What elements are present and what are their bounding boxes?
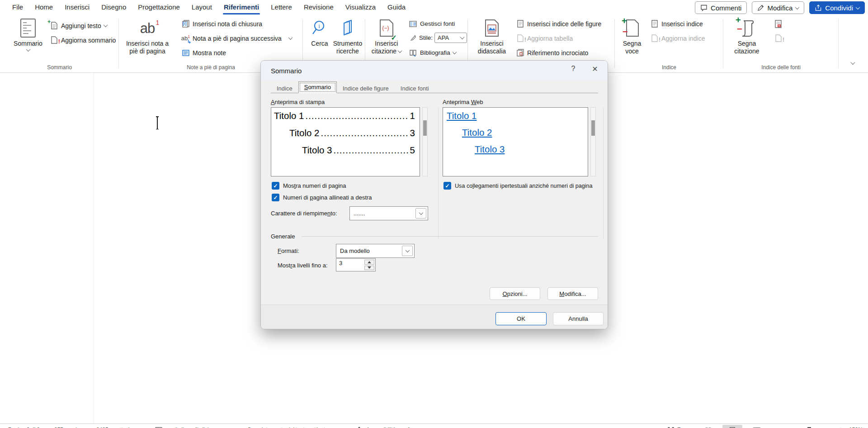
bibliography-button[interactable]: Bibliografia xyxy=(409,47,456,58)
mark-entry-button[interactable]: + − Segna voce xyxy=(618,17,646,55)
dropdown-button[interactable] xyxy=(415,208,426,219)
citation-style-select[interactable]: APA xyxy=(434,33,467,43)
footnote-icon: ab1 xyxy=(140,17,155,39)
insert-table-of-authorities-button[interactable] xyxy=(774,18,783,29)
modify-button[interactable]: Modifica... xyxy=(547,287,598,300)
section-divider xyxy=(438,107,439,239)
group-label-sommario: Sommario xyxy=(0,64,119,71)
insert-table-of-figures-label: Inserisci indice delle figure xyxy=(527,20,601,28)
manage-sources-button[interactable]: Gestisci fonti xyxy=(409,18,455,29)
cross-reference-button[interactable]: Riferimento incrociato xyxy=(516,47,588,58)
toc-preview-entry: Titolo 3 5 xyxy=(274,145,415,156)
collapse-ribbon-icon[interactable] xyxy=(851,60,855,65)
insert-citation-label-2: citazione xyxy=(372,48,396,55)
menu-tab-home[interactable]: Home xyxy=(29,0,59,15)
menu-tab-revisione[interactable]: Revisione xyxy=(298,0,340,15)
tab-leader-select[interactable]: ....... xyxy=(349,206,428,220)
checkbox-checked-icon[interactable] xyxy=(272,194,279,201)
editing-mode-label: Modifica xyxy=(767,4,793,12)
caption-icon xyxy=(485,17,499,39)
next-footnote-label: Nota a piè di pagina successiva xyxy=(193,35,282,42)
bibliography-icon xyxy=(409,48,417,57)
spin-down-button[interactable] xyxy=(364,266,374,271)
tab-indice-fonti[interactable]: Indice fonti xyxy=(395,83,435,93)
insert-caption-button[interactable]: Inserisci didascalia xyxy=(472,17,512,55)
spin-up-button[interactable] xyxy=(364,260,374,265)
view-web-layout-button[interactable] xyxy=(747,425,767,428)
editing-mode-button[interactable]: Modifica xyxy=(752,1,804,14)
insert-endnote-button[interactable]: [i] Inserisci nota di chiusura xyxy=(181,18,262,29)
use-hyperlinks-label: Usa collegamenti ipertestuali anziché nu… xyxy=(455,183,593,189)
general-section-label: Generale xyxy=(271,233,295,240)
search-button[interactable]: i Cerca xyxy=(308,17,331,48)
tab-leader-value: ....... xyxy=(350,210,415,217)
insert-caption-label-2: didascalia xyxy=(478,48,506,55)
cancel-button[interactable]: Annulla xyxy=(553,312,604,325)
toc-dialog: Sommario ? ✕ Indice Sommario Indice dell… xyxy=(260,60,608,329)
comment-icon xyxy=(700,4,708,11)
checkbox-checked-icon[interactable] xyxy=(272,182,279,190)
add-text-button[interactable]: + Aggiungi testo xyxy=(50,20,107,31)
menu-tab-guida[interactable]: Guida xyxy=(382,0,411,15)
toc-entry-title: Titolo 1 xyxy=(274,110,304,121)
toc-entry-page: 1 xyxy=(410,110,415,121)
chevron-down-icon xyxy=(795,5,800,10)
formats-select[interactable]: Da modello xyxy=(336,244,415,258)
menu-tab-riferimenti[interactable]: Riferimenti xyxy=(218,0,265,15)
insert-citation-button[interactable]: (−) ✓ Inserisci citazione xyxy=(367,17,406,55)
share-button[interactable]: Condividi xyxy=(809,1,865,14)
update-toc-button[interactable]: ! Aggiorna sommario xyxy=(50,34,116,46)
formats-value: Da modello xyxy=(336,247,402,254)
insert-table-of-figures-button[interactable]: Inserisci indice delle figure xyxy=(516,18,601,29)
view-print-layout-button[interactable] xyxy=(722,425,742,428)
zoom-in-button[interactable]: + xyxy=(838,425,842,428)
show-page-numbers-row[interactable]: Mostra numeri di pagina xyxy=(272,182,346,190)
dialog-help-button[interactable]: ? xyxy=(563,61,583,77)
view-read-mode-button[interactable] xyxy=(698,425,718,428)
menu-tab-disegno[interactable]: Disegno xyxy=(95,0,132,15)
use-hyperlinks-row[interactable]: Usa collegamenti ipertestuali anziché nu… xyxy=(443,182,593,190)
citation-icon: (−) ✓ xyxy=(379,17,394,39)
menu-tab-file[interactable]: File xyxy=(6,0,29,15)
toc-button[interactable]: Sommario xyxy=(10,17,46,52)
chevron-down-icon xyxy=(398,48,402,53)
chevron-down-icon xyxy=(856,5,860,10)
show-notes-button[interactable]: Mostra note xyxy=(181,47,226,58)
scrollbar-thumb[interactable] xyxy=(591,120,595,136)
menu-tab-progettazione[interactable]: Progettazione xyxy=(132,0,186,15)
chevron-down-icon xyxy=(288,35,292,40)
insert-footnote-button[interactable]: ab1 Inserisci nota a piè di pagina xyxy=(123,17,172,55)
tab-indice-figure[interactable]: Indice delle figure xyxy=(337,83,395,93)
mark-citation-button[interactable]: + − Segna citazione xyxy=(729,17,765,55)
page-edge xyxy=(94,73,94,423)
show-levels-spinner[interactable]: 3 xyxy=(336,258,376,271)
insert-caption-label-1: Inserisci xyxy=(480,40,503,48)
web-preview-scrollbar[interactable] xyxy=(590,107,596,176)
menu-tab-visualizza[interactable]: Visualizza xyxy=(340,0,382,15)
dialog-close-button[interactable]: ✕ xyxy=(585,61,605,77)
researcher-icon xyxy=(340,17,356,39)
cancel-label: Annulla xyxy=(568,315,588,322)
menu-tab-layout[interactable]: Layout xyxy=(186,0,218,15)
general-section-line xyxy=(302,236,598,237)
options-button[interactable]: Opzioni... xyxy=(490,287,540,300)
dropdown-button[interactable] xyxy=(402,246,413,256)
print-preview-scrollbar[interactable] xyxy=(422,107,428,176)
ok-button[interactable]: OK xyxy=(495,312,547,325)
right-align-numbers-row[interactable]: Numeri di pagina allineati a destra xyxy=(272,194,372,201)
comments-button[interactable]: Commenti xyxy=(695,1,747,14)
zoom-out-button[interactable]: − xyxy=(772,425,776,428)
group-label-index: Indice xyxy=(615,64,723,71)
scrollbar-thumb[interactable] xyxy=(423,120,427,136)
menu-tab-lettere[interactable]: Lettere xyxy=(265,0,298,15)
menu-tab-inserisci[interactable]: Inserisci xyxy=(59,0,95,15)
tab-sommario[interactable]: Sommario xyxy=(298,81,337,93)
next-footnote-button[interactable]: ab1↳ Nota a piè di pagina successiva xyxy=(181,33,292,44)
researcher-button[interactable]: Strumento ricerche xyxy=(331,17,364,55)
checkbox-checked-icon[interactable] xyxy=(443,182,451,190)
tab-indice[interactable]: Indice xyxy=(271,83,298,93)
insert-footnote-label-1: Inserisci nota a xyxy=(126,40,169,48)
dialog-title: Sommario xyxy=(271,67,302,75)
menu-tabs: File Home Inserisci Disegno Progettazion… xyxy=(6,0,411,15)
insert-index-button[interactable]: Inserisci indice xyxy=(650,18,703,29)
